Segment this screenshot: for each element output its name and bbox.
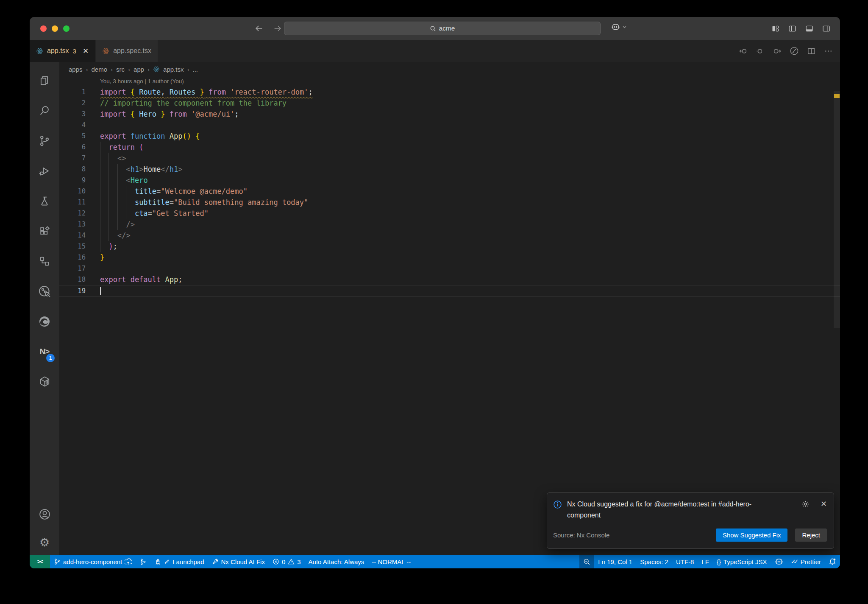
reject-button[interactable]: Reject [795,528,827,542]
copilot-menu-button[interactable] [611,22,627,31]
search-icon [430,25,436,32]
line-number: 2 [59,98,86,109]
run-target-icon[interactable] [789,46,799,56]
breadcrumb-item[interactable]: apps [69,66,83,73]
breadcrumb-item[interactable]: demo [92,66,108,73]
commit-graph-icon [139,558,147,565]
window-controls [40,25,70,32]
git-branch-item[interactable]: add-hero-component [50,555,136,568]
notifications-bell-item[interactable] [825,555,840,568]
indentation-item[interactable]: Spaces: 2 [636,555,672,568]
line-number: 5 [59,131,86,142]
more-actions-icon[interactable] [823,46,833,56]
close-window-button[interactable] [40,25,47,32]
breadcrumb-item[interactable]: ... [192,66,198,73]
launchpad-item[interactable]: Launchpad [150,555,208,568]
code-line: 6 return ( [59,142,840,153]
line-content: export default App; [100,274,183,285]
bell-dot-icon [829,558,836,565]
maximize-window-button[interactable] [63,25,70,32]
react-file-icon [153,66,160,73]
blame-annotation: You, 3 hours ago | 1 author (You) [100,76,840,87]
containers-icon[interactable] [33,366,56,397]
overview-ruler[interactable] [834,91,840,555]
references-icon[interactable] [33,246,56,276]
testing-icon[interactable] [33,186,56,216]
breadcrumb-item[interactable]: app [134,66,144,73]
line-content: export function App() { [100,131,200,142]
copilot-icon [611,22,620,31]
commit-graph-item[interactable] [136,555,150,568]
code-line: 19 [59,285,840,297]
edge-devtools-icon[interactable] [33,306,56,336]
auto-attach-item[interactable]: Auto Attach: Always [305,555,368,568]
accounts-icon[interactable] [33,499,56,529]
code-line: 9 <Hero [59,175,840,186]
notification-close-icon[interactable]: ✕ [821,500,827,521]
navigate-back-icon[interactable] [738,46,748,56]
line-content: import { Hero } from '@acme/ui'; [100,109,239,120]
code-line: 15 ); [59,241,840,252]
gitlens-inspect-icon[interactable] [33,276,56,306]
customize-layout-icon[interactable] [771,24,780,33]
chevron-down-icon [622,25,627,29]
tab-app-tsx[interactable]: app.tsx 3 ✕ [30,40,95,62]
code-line: 11 subtitle="Build something amazing tod… [59,197,840,208]
line-number: 17 [59,263,86,274]
line-content: cta="Get Started" [100,208,209,219]
settings-gear-icon[interactable]: ⚙ [33,529,56,555]
code-line: 8 <h1>Home</h1> [59,164,840,175]
text-cursor [100,287,101,295]
breadcrumb-separator: › [86,66,88,73]
cursor-position-item[interactable]: Ln 19, Col 1 [594,555,636,568]
copilot-icon [775,557,783,566]
command-center-search[interactable]: acme [284,22,601,35]
tab-app-spec-tsx[interactable]: app.spec.tsx [96,40,158,62]
code-line: 17 [59,263,840,274]
copilot-status-item[interactable] [771,555,787,568]
show-suggested-fix-button[interactable]: Show Suggested Fix [716,528,788,542]
navigate-node-icon[interactable] [755,46,765,56]
toggle-primary-sidebar-icon[interactable] [788,24,797,33]
gitlens-pencil-icon [164,559,170,565]
minimize-window-button[interactable] [52,25,58,32]
extensions-icon[interactable] [33,216,56,246]
toggle-secondary-sidebar-icon[interactable] [822,24,831,33]
eol-item[interactable]: LF [698,555,713,568]
history-forward-button[interactable] [273,24,282,33]
formatter-item[interactable]: ✓✓ Prettier [787,555,825,568]
code-line: 16} [59,252,840,263]
breadcrumb-item[interactable]: app.tsx [163,66,184,73]
remote-indicator[interactable]: >< [30,555,50,568]
toggle-panel-icon[interactable] [805,24,814,33]
code-line: 7 <> [59,153,840,164]
close-tab-icon[interactable]: ✕ [83,48,89,55]
nx-cloud-fix-item[interactable]: Nx Cloud AI Fix [208,555,269,568]
code-editor[interactable]: You, 3 hours ago | 1 author (You) 1impor… [59,76,840,555]
split-editor-icon[interactable] [807,46,816,56]
line-content: import { Route, Routes } from 'react-rou… [100,87,313,98]
breadcrumb-separator: › [111,66,113,73]
tab-bar: app.tsx 3 ✕ app.spec.tsx [30,40,840,62]
notification-source: Source: Nx Console [553,531,609,539]
nx-console-icon[interactable]: N> 1 [33,336,56,366]
explorer-icon[interactable] [33,65,56,95]
line-content: } [100,252,104,263]
breadcrumb-item[interactable]: src [116,66,125,73]
navigate-forward-icon[interactable] [772,46,782,56]
encoding-item[interactable]: UTF-8 [672,555,698,568]
language-mode-item[interactable]: {} TypeScript JSX [713,555,771,568]
line-number: 12 [59,208,86,219]
search-icon[interactable] [33,95,56,126]
vim-mode-item[interactable]: -- NORMAL -- [368,555,415,568]
code-line: 12 cta="Get Started" [59,208,840,219]
zoom-out-item[interactable] [579,555,594,568]
run-and-debug-icon[interactable] [33,156,56,186]
scrollbar-thumb[interactable] [834,91,840,328]
source-control-icon[interactable] [33,126,56,156]
notification-settings-gear-icon[interactable] [801,500,810,521]
nx-badge: 1 [46,354,55,362]
problems-item[interactable]: 0 3 [269,555,305,568]
history-back-button[interactable] [254,24,264,33]
branch-icon [54,558,61,565]
